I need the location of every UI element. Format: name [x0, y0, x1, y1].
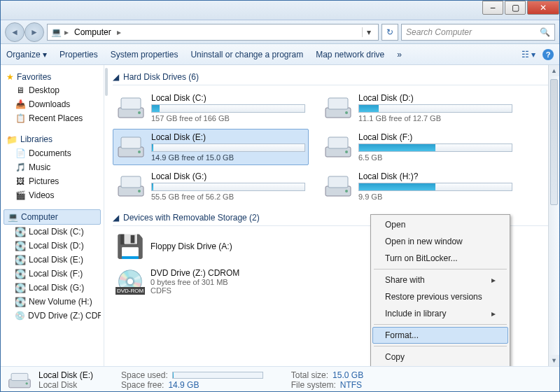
sidebar-disk-h[interactable]: New Volume (H:)	[4, 295, 101, 309]
svg-rect-4	[328, 98, 348, 109]
libraries-header[interactable]: Libraries	[4, 132, 101, 146]
svg-point-11	[345, 150, 348, 153]
context-menu-item[interactable]: Restore previous versions	[372, 288, 508, 305]
context-separator	[374, 324, 507, 325]
sidebar-desktop[interactable]: Desktop	[4, 83, 101, 97]
disk-icon	[15, 296, 26, 307]
svg-point-17	[345, 190, 348, 192]
context-menu-item[interactable]: Format...	[372, 327, 508, 344]
uninstall-button[interactable]: Uninstall or change a program	[190, 50, 303, 59]
sidebar-disk-e[interactable]: Local Disk (E:)	[4, 253, 101, 267]
context-menu-item[interactable]: Share with▸	[372, 272, 508, 288]
view-options-icon[interactable]: ☷ ▾	[522, 50, 536, 59]
dvd-drive[interactable]: 💿DVD-ROM DVD Drive (Z:) CDROM 0 bytes fr…	[113, 265, 309, 298]
svg-point-2	[138, 111, 141, 114]
disk-icon	[15, 240, 26, 251]
sidebar-dvd-z[interactable]: DVD Drive (Z:) CDROM	[4, 309, 101, 323]
address-bar[interactable]: 💻 ▸ Computer ▸ ▾	[47, 24, 379, 41]
expand-icon: ◢	[113, 72, 119, 82]
breadcrumb-computer[interactable]: Computer	[71, 26, 114, 38]
downloads-icon	[15, 99, 26, 110]
drive-free-text: 6.5 GB	[358, 153, 512, 162]
help-icon[interactable]: ?	[542, 49, 554, 60]
desktop-icon	[15, 85, 26, 96]
drive-name: Local Disk (E:)	[151, 132, 305, 142]
floppy-drive[interactable]: 💾 Floppy Disk Drive (A:)	[113, 230, 309, 262]
drive-item[interactable]: Local Disk (G:) 55.5 GB free of 56.2 GB	[113, 168, 309, 204]
sidebar-disk-c[interactable]: Local Disk (C:)	[4, 225, 101, 239]
svg-rect-19	[11, 373, 28, 380]
sidebar-videos[interactable]: Videos	[4, 188, 101, 202]
expand-icon: ◢	[113, 213, 119, 223]
dvd-icon	[15, 310, 25, 321]
toolbar: Organize ▾ Properties System properties …	[1, 44, 559, 65]
favorites-header[interactable]: ★Favorites	[4, 71, 101, 83]
space-free-value: 14.9 GB	[168, 380, 199, 390]
sidebar-recent[interactable]: Recent Places	[4, 111, 101, 125]
sidebar-downloads[interactable]: Downloads	[4, 97, 101, 111]
space-free-label: Space free:	[121, 380, 164, 390]
context-separator	[374, 269, 507, 270]
drive-item[interactable]: Local Disk (C:) 157 GB free of 166 GB	[113, 90, 309, 126]
disk-icon	[15, 226, 26, 237]
organize-menu[interactable]: Organize ▾	[6, 50, 47, 59]
map-drive-button[interactable]: Map network drive	[316, 50, 384, 59]
svg-point-8	[138, 150, 141, 153]
vertical-scrollbar[interactable]: ▲ ▼	[548, 65, 559, 366]
context-separator	[374, 346, 507, 346]
toolbar-overflow[interactable]: »	[397, 50, 402, 59]
drive-icon	[323, 173, 353, 200]
context-menu-item[interactable]: Copy	[372, 349, 508, 365]
refresh-button[interactable]: ↻	[382, 24, 398, 41]
scroll-down-arrow[interactable]: ▼	[549, 355, 559, 366]
search-icon: 🔍	[540, 27, 550, 37]
drive-free-text: 9.9 GB	[358, 192, 512, 201]
address-dropdown[interactable]: ▾	[362, 27, 375, 37]
maximize-button[interactable]: ▢	[505, 1, 526, 15]
star-icon: ★	[6, 72, 14, 82]
svg-rect-7	[121, 137, 141, 148]
drive-item[interactable]: Local Disk (F:) 6.5 GB	[320, 129, 516, 165]
recent-icon	[15, 113, 26, 124]
context-menu-item[interactable]: Open	[372, 216, 508, 233]
content-area: ★Favorites Desktop Downloads Recent Plac…	[1, 65, 559, 366]
properties-button[interactable]: Properties	[59, 50, 98, 59]
drive-name: Local Disk (F:)	[358, 132, 512, 142]
system-properties-button[interactable]: System properties	[111, 50, 178, 59]
drive-item[interactable]: Local Disk (H:)? 9.9 GB	[320, 168, 516, 204]
drive-icon	[116, 94, 146, 121]
back-button[interactable]: ◄	[5, 22, 24, 42]
svg-point-14	[138, 190, 141, 192]
close-button[interactable]: ✕	[527, 1, 559, 15]
drive-free-text: 157 GB free of 166 GB	[151, 114, 305, 122]
sidebar-disk-d[interactable]: Local Disk (D:)	[4, 239, 101, 253]
scroll-up-arrow[interactable]: ▲	[549, 65, 559, 76]
context-menu-item[interactable]: Open in new window	[372, 233, 508, 250]
status-title: Local Disk (E:)	[38, 370, 93, 380]
context-menu-item[interactable]: Include in library▸	[372, 305, 508, 322]
hdd-group-header[interactable]: ◢Hard Disk Drives (6)	[113, 69, 552, 85]
drive-name: Local Disk (H:)?	[358, 172, 512, 181]
minimize-button[interactable]: –	[482, 1, 503, 15]
search-input[interactable]: Search Computer 🔍	[401, 24, 555, 41]
drive-item[interactable]: Local Disk (D:) 11.1 GB free of 12.7 GB	[320, 90, 516, 126]
sidebar-disk-g[interactable]: Local Disk (G:)	[4, 281, 101, 295]
drive-name: Local Disk (G:)	[151, 172, 305, 181]
svg-rect-1	[121, 98, 141, 109]
drive-capacity-bar	[151, 104, 305, 113]
sidebar-pictures[interactable]: Pictures	[4, 174, 101, 188]
navigation-pane: ★Favorites Desktop Downloads Recent Plac…	[1, 65, 104, 366]
address-bar-row: ◄ ► 💻 ▸ Computer ▸ ▾ ↻ Search Computer 🔍	[1, 20, 559, 44]
computer-header[interactable]: Computer	[4, 209, 101, 225]
drive-item[interactable]: Local Disk (E:) 14.9 GB free of 15.0 GB	[113, 129, 309, 165]
context-menu-item[interactable]: Turn on BitLocker...	[372, 250, 508, 267]
space-used-bar	[172, 372, 263, 379]
sidebar-documents[interactable]: Documents	[4, 146, 101, 160]
forward-button[interactable]: ►	[24, 22, 44, 42]
sidebar-music[interactable]: Music	[4, 160, 101, 174]
sidebar-disk-f[interactable]: Local Disk (F:)	[4, 267, 101, 281]
submenu-arrow-icon: ▸	[491, 275, 496, 285]
svg-point-5	[345, 111, 348, 114]
details-pane: Local Disk (E:) Local Disk Space used: S…	[1, 366, 559, 392]
scroll-thumb[interactable]	[550, 79, 558, 205]
